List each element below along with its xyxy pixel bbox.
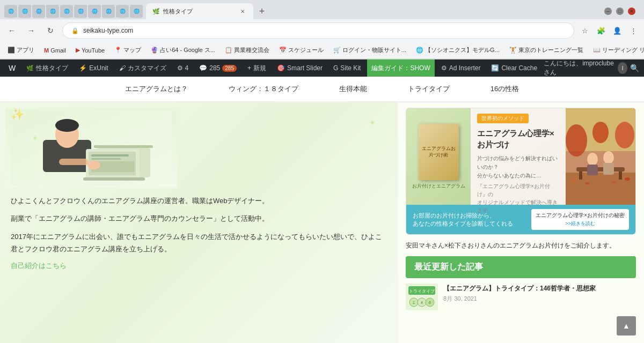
bookmark-uranai[interactable]: 🔮 占い64 - Google ス... xyxy=(148,45,218,55)
bookmark-reading-label: リーディング リスト xyxy=(602,46,644,54)
svg-rect-20 xyxy=(576,167,625,172)
bookmark-igyoshu[interactable]: 📋 異業種交流会 xyxy=(222,45,273,55)
wp-exunit-item[interactable]: ⚡ ExUnit xyxy=(75,59,112,77)
tab-favicon-4[interactable]: 🌐 xyxy=(46,5,59,18)
intro-text: 安田マキさん×松下さおりさんのエニアグラムお片付けをご紹介します。 xyxy=(406,240,636,251)
svg-rect-24 xyxy=(587,165,598,175)
book-title: エニアグラムお片づけ術 xyxy=(422,145,456,159)
close-button[interactable]: ✕ xyxy=(628,8,635,15)
bookmark-schedule[interactable]: 📅 スケジュール xyxy=(276,45,327,55)
login-icon: 🛒 xyxy=(333,47,341,54)
nav-item-enneagram[interactable]: エニアグラムとは？ xyxy=(121,82,192,96)
bookmark-login[interactable]: 🛒 ログイン・物販サイト... xyxy=(330,45,409,55)
forward-button[interactable]: → xyxy=(24,23,39,38)
bookmark-youtube[interactable]: ▶ YouTube xyxy=(72,46,108,55)
svg-rect-19 xyxy=(566,173,635,205)
reading-icon: 📖 xyxy=(593,47,601,54)
profile-link[interactable]: 自己紹介はこちら xyxy=(11,262,67,270)
wp-logo-item[interactable]: W xyxy=(4,59,20,77)
tab-favicon-7[interactable]: 🌐 xyxy=(88,5,101,18)
active-tab[interactable]: 🌿 性格タイプ ✕ xyxy=(146,3,253,19)
tab-favicon-8[interactable]: 🌐 xyxy=(102,5,115,18)
user-avatar[interactable]: I xyxy=(618,62,628,74)
url-text: seikaku-type.com xyxy=(83,27,133,34)
wp-search-icon[interactable]: 🔍 xyxy=(630,62,640,74)
wp-site-name-item[interactable]: 🌿 性格タイプ xyxy=(22,59,72,77)
ad-cta-title: エニアグラム心理学×お片付けの秘密 xyxy=(536,212,625,219)
nav-item-wing[interactable]: ウィング：１８タイプ xyxy=(224,82,303,96)
schedule-icon: 📅 xyxy=(279,47,287,54)
bookmark-igyoshu-label: 異業種交流会 xyxy=(234,46,269,54)
wp-smartslider-label: Smart Slider xyxy=(287,64,323,72)
tab-favicon-5[interactable]: 🌐 xyxy=(60,5,73,18)
bookmark-training[interactable]: 🏋 東京のトレーニング一覧 xyxy=(506,45,587,55)
left-column: ✨ ✦ ✦ xyxy=(0,102,397,343)
svg-point-11 xyxy=(87,161,100,169)
bookmark-maps[interactable]: 📍 マップ xyxy=(111,45,144,55)
wp-smartslider-item[interactable]: 🎯 Smart Slider xyxy=(273,59,327,77)
maximize-button[interactable]: □ xyxy=(616,8,624,15)
bookmark-youtube-label: YouTube xyxy=(82,47,105,54)
tab-favicon-10[interactable]: 🌐 xyxy=(130,5,143,18)
wp-comments-item[interactable]: 💬 285 285 xyxy=(195,59,241,77)
wp-adinserter-item[interactable]: ⚙ Ad Inserter xyxy=(437,59,485,77)
svg-rect-26 xyxy=(603,163,614,175)
svg-text:4: 4 xyxy=(421,301,423,304)
more-icon[interactable]: ⋮ xyxy=(627,24,640,37)
bookmark-maps-label: マップ xyxy=(123,46,141,54)
back-button[interactable]: ← xyxy=(4,23,19,38)
svg-point-30 xyxy=(625,177,630,181)
ad-cta-button[interactable]: エニアグラム心理学×お片付けの秘密 >>続きを読む xyxy=(531,209,629,230)
svg-point-16 xyxy=(566,124,587,156)
wp-customize-item[interactable]: 🖌 カスタマイズ xyxy=(115,59,171,77)
wp-settings-item[interactable]: ⚙ 4 xyxy=(173,59,193,77)
bookmark-reading[interactable]: 📖 リーディング リスト xyxy=(590,45,644,55)
comments-badge: 285 xyxy=(222,65,237,72)
wp-edit-guide-item[interactable]: 編集ガイド：SHOW xyxy=(367,59,434,77)
right-column: エニアグラムお片づけ術 お片付けとエニアグラム 世界初のメソッド エニアグラム心… xyxy=(397,102,644,343)
tab-favicon-2[interactable]: 🌐 xyxy=(18,5,31,18)
bookmark-gmail[interactable]: M Gmail xyxy=(41,46,69,55)
wp-new-item[interactable]: + 新規 xyxy=(243,59,270,77)
svg-text:1: 1 xyxy=(413,301,415,304)
bookmark-socionics[interactable]: 🌐 【ソシオニクス】モデルG... xyxy=(413,45,503,55)
tab-favicon-3[interactable]: 🌐 xyxy=(32,5,45,18)
tab-favicon-9[interactable]: 🌐 xyxy=(116,5,129,18)
ad-side-label: お片付けとエニアグラム xyxy=(412,183,465,190)
bookmark-apps[interactable]: ⬛ アプリ xyxy=(4,45,38,55)
article-date: 8月 30, 2021 xyxy=(443,295,636,303)
uranai-icon: 🔮 xyxy=(151,47,158,54)
wp-site-name-label: 性格タイプ xyxy=(36,64,68,73)
svg-rect-21 xyxy=(579,172,582,180)
bookmark-star-icon[interactable]: ☆ xyxy=(579,24,591,37)
ad-subtitle1: 片づけの悩みをどう解決すればいいのか？ xyxy=(477,154,559,172)
profile-icon[interactable]: 👤 xyxy=(611,24,624,37)
nav-item-innate[interactable]: 生得本能 xyxy=(335,82,371,96)
address-field[interactable]: 🔒 seikaku-type.com xyxy=(62,23,574,39)
tab-favicon-1[interactable]: 🌐 xyxy=(4,5,17,18)
maps-icon: 📍 xyxy=(114,47,122,54)
sparkle-1: ✨ xyxy=(11,108,24,121)
apps-icon: ⬛ xyxy=(8,47,15,54)
wp-admin-bar: W 🌿 性格タイプ ⚡ ExUnit 🖌 カスタマイズ ⚙ 4 💬 285 28… xyxy=(0,59,644,77)
bookmark-uranai-label: 占い64 - Google ス... xyxy=(160,46,215,54)
wp-clearcache-item[interactable]: 🔄 Clear Cache xyxy=(487,59,541,77)
minimize-button[interactable]: ─ xyxy=(604,8,612,15)
nav-item-tritype[interactable]: トライタイプ xyxy=(404,82,454,96)
extension-icon[interactable]: 🧩 xyxy=(595,24,608,37)
wp-clearcache-label: Clear Cache xyxy=(501,64,537,72)
nav-item-sixteen[interactable]: 16の性格 xyxy=(486,82,523,96)
article-title[interactable]: 【エニアグラム】トライタイプ：146哲学者・思想家 xyxy=(443,284,636,293)
new-tab-button[interactable]: + xyxy=(254,4,269,19)
wp-sitekit-item[interactable]: G Site Kit xyxy=(329,59,365,77)
ad-title: エニアグラム心理学×お片づけ xyxy=(477,128,559,150)
ad-desc: 『エニアグラム心理学×お片付け』の xyxy=(477,182,559,198)
tab-close-button[interactable]: ✕ xyxy=(238,7,247,16)
back-to-top-button[interactable]: ▲ xyxy=(617,316,636,335)
tab-favicon-6[interactable]: 🌐 xyxy=(74,5,87,18)
reload-button[interactable]: ↻ xyxy=(43,23,58,38)
wp-new-label: 新規 xyxy=(253,64,266,73)
article-item[interactable]: トライタイプ 1 4 6 【エニアグラム】トライタイプ：146哲学者・思想家 8… xyxy=(406,284,636,310)
bookmark-schedule-label: スケジュール xyxy=(288,46,324,54)
svg-text:トライタイプ: トライタイプ xyxy=(409,289,435,294)
